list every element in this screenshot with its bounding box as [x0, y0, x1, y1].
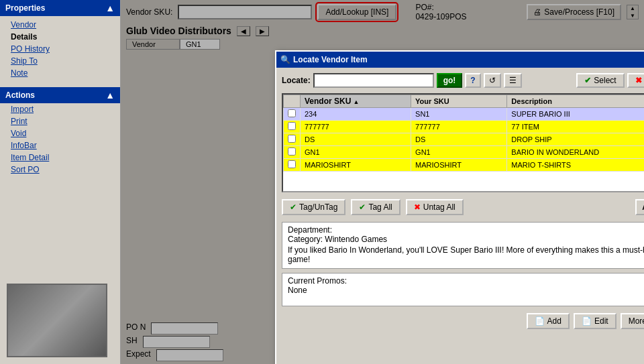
table-row[interactable]: GN1 GN1 BARIO IN WONDERLAND [284, 146, 645, 159]
cancel-x-icon: ✖ [635, 76, 642, 85]
sidebar-item-vendor[interactable]: Vendor [0, 19, 120, 31]
sidebar-item-infobar[interactable]: InfoBar [0, 139, 120, 151]
select-label: Select [594, 76, 616, 85]
tag-all-button[interactable]: ✔ Tag All [351, 199, 400, 215]
row-checkbox[interactable] [288, 160, 296, 168]
untag-all-icon: ✖ [414, 202, 421, 212]
your-sku-cell: GN1 [411, 146, 507, 159]
promos-value: None [288, 286, 644, 295]
current-promos-label: Current Promos: [288, 276, 644, 286]
more-detail-button[interactable]: More Detail [621, 313, 644, 329]
help-button[interactable]: ? [465, 73, 480, 88]
description-cell: SUPER BARIO III [507, 108, 644, 121]
table-row[interactable]: 234 SN1 SUPER BARIO III [284, 108, 645, 121]
tag-all-label: Tag All [368, 202, 392, 212]
your-sku-cell: SN1 [411, 108, 507, 121]
tag-untag-button[interactable]: ✔ Tag/UnTag [282, 199, 345, 215]
your-sku-cell: DS [411, 133, 507, 146]
table-row[interactable]: DS DS DROP SHIP [284, 133, 645, 146]
sort-arrow-icon: ▲ [353, 99, 359, 105]
check-icon: ✔ [584, 76, 591, 85]
properties-icon: ▲ [105, 3, 115, 13]
dialog-title-bar: 🔍 Locate Vendor Item _ □ ✕ [276, 52, 644, 68]
sidebar-item-void[interactable]: Void [0, 127, 120, 139]
sidebar-item-sort-po[interactable]: Sort PO [0, 164, 120, 176]
department-label: Department: [288, 225, 644, 235]
tag-buttons-row: ✔ Tag/UnTag ✔ Tag All ✖ Untag All A M [282, 196, 644, 218]
description-text: If you liked Bario In Wonderland, you'll… [288, 245, 644, 264]
add-label: Add [547, 316, 561, 326]
promos-panel: Current Promos: None [282, 273, 644, 306]
sidebar-actions-nav: Import Print Void InfoBar Item Detail So… [0, 103, 120, 176]
sidebar-nav: Vendor Details PO History Ship To Note [0, 16, 120, 82]
checkbox-col-header [284, 95, 301, 108]
description-cell: BARIO IN WONDERLAND [507, 146, 644, 159]
row-checkbox[interactable] [288, 109, 296, 117]
vendor-sku-cell: GN1 [301, 146, 411, 159]
main-area: Vendor SKU: Add/Lookup [INS] PO#: 0429-1… [121, 0, 644, 364]
vendor-sku-col-header[interactable]: Vendor SKU ▲ [301, 95, 411, 108]
actions-label: Actions [5, 90, 35, 100]
description-cell: DROP SHIP [507, 133, 644, 146]
locate-row: Locate: go! ? ↺ ☰ ✔ Select ✖ Cancel [282, 73, 644, 88]
tag-icon: ✔ [290, 202, 297, 212]
more-detail-label: More Detail [629, 316, 644, 326]
your-sku-col-header[interactable]: Your SKU [411, 95, 507, 108]
vendor-sku-cell: 234 [301, 108, 411, 121]
dialog-title: 🔍 Locate Vendor Item [280, 55, 368, 64]
add-button[interactable]: 📄 Add [527, 313, 570, 329]
your-sku-cell: 777777 [411, 121, 507, 133]
row-checkbox[interactable] [288, 147, 296, 156]
action-row: 📄 Add 📄 Edit More Detail [282, 310, 644, 332]
add-icon: 📄 [535, 316, 545, 326]
untag-all-button[interactable]: ✖ Untag All [406, 199, 464, 215]
select-button[interactable]: ✔ Select [576, 73, 624, 88]
edit-icon: 📄 [582, 316, 592, 326]
description-panel: Department: Category: Wintendo Games If … [282, 222, 644, 269]
locate-label: Locate: [282, 76, 311, 85]
sidebar-item-print[interactable]: Print [0, 115, 120, 127]
results-tbody: 234 SN1 SUPER BARIO III 777777 777777 77… [284, 108, 645, 172]
vendor-sku-cell: DS [301, 133, 411, 146]
actions-header: Actions ▲ [0, 87, 120, 103]
sidebar-item-details[interactable]: Details [0, 31, 120, 43]
sidebar-thumbnail [8, 285, 106, 356]
category-label: Category: Wintendo Games [288, 235, 644, 244]
description-cell: 77 ITEM [507, 121, 644, 133]
edit-button[interactable]: 📄 Edit [574, 313, 616, 329]
table-row[interactable]: 777777 777777 77 ITEM [284, 121, 645, 133]
description-cell: MARIO T-SHIRTS [507, 159, 644, 172]
table-row[interactable]: MARIOSHIRT MARIOSHIRT MARIO T-SHIRTS [284, 159, 645, 172]
your-sku-cell: MARIOSHIRT [411, 159, 507, 172]
sidebar: Properties ▲ Vendor Details PO History S… [0, 0, 121, 364]
actions-icon: ▲ [105, 90, 115, 101]
vendor-sku-cell: 777777 [301, 121, 411, 133]
vendor-sku-cell: MARIOSHIRT [301, 159, 411, 172]
description-col-header[interactable]: Description [507, 95, 644, 108]
properties-label: Properties [5, 3, 45, 13]
sidebar-image [7, 284, 107, 357]
a-button[interactable]: A [635, 199, 644, 215]
sidebar-item-ship-to[interactable]: Ship To [0, 55, 120, 67]
tag-untag-label: Tag/UnTag [299, 202, 337, 212]
locate-icon: 🔍 [280, 55, 290, 64]
row-checkbox[interactable] [288, 122, 296, 130]
locate-input[interactable] [313, 73, 434, 88]
dialog-body: Locate: go! ? ↺ ☰ ✔ Select ✖ Cancel [276, 68, 644, 337]
sidebar-item-note[interactable]: Note [0, 67, 120, 79]
untag-all-label: Untag All [423, 202, 455, 212]
locate-dialog: 🔍 Locate Vendor Item _ □ ✕ Locate: go! ?… [275, 50, 644, 364]
edit-label: Edit [594, 316, 608, 326]
menu-button[interactable]: ☰ [504, 73, 522, 88]
refresh-button[interactable]: ↺ [484, 73, 501, 88]
tag-all-icon: ✔ [359, 202, 366, 212]
cancel-button[interactable]: ✖ Cancel [627, 73, 644, 88]
results-table: Vendor SKU ▲ Your SKU Description 234 SN… [283, 95, 644, 172]
sidebar-item-import[interactable]: Import [0, 103, 120, 115]
row-checkbox[interactable] [288, 135, 296, 143]
results-table-container[interactable]: Vendor SKU ▲ Your SKU Description 234 SN… [282, 93, 644, 192]
go-button[interactable]: go! [437, 73, 463, 88]
properties-header: Properties ▲ [0, 0, 120, 16]
sidebar-item-item-detail[interactable]: Item Detail [0, 151, 120, 164]
sidebar-item-po-history[interactable]: PO History [0, 43, 120, 55]
